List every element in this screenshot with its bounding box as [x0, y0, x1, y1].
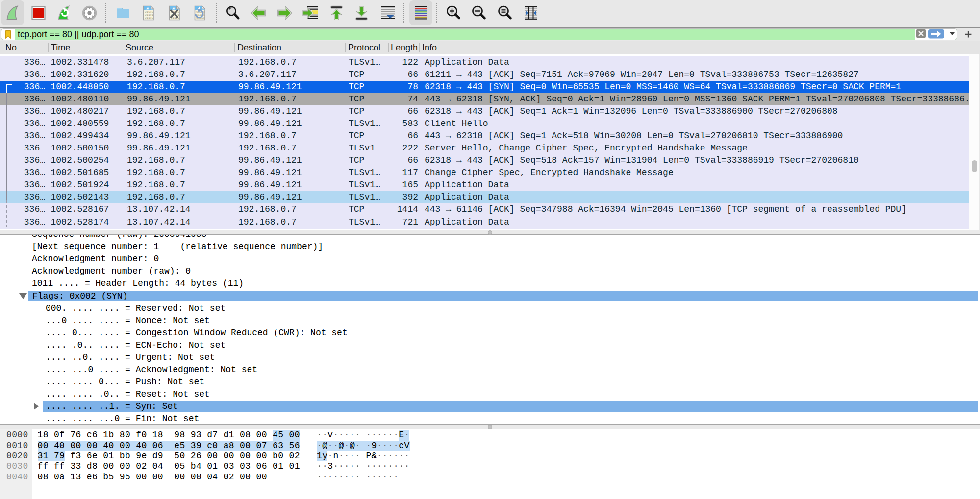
svg-text:01110: 01110 [145, 16, 153, 20]
